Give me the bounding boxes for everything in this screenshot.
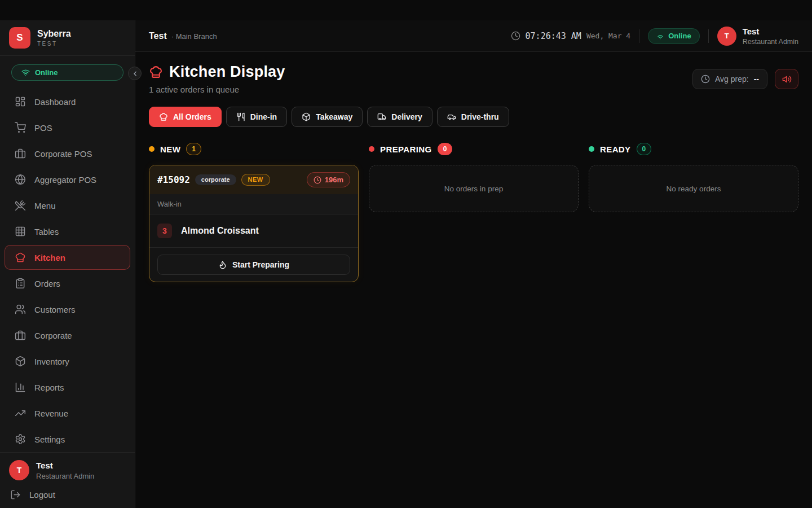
sidebar-item-kitchen[interactable]: Kitchen: [5, 245, 130, 270]
sidebar-item-revenue[interactable]: Revenue: [5, 401, 130, 426]
sidebar-item-orders[interactable]: Orders: [5, 271, 130, 296]
bar-chart-icon: [15, 382, 26, 393]
sidebar-item-settings[interactable]: Settings: [5, 427, 130, 452]
speaker-icon: [782, 75, 792, 84]
sidebar-item-label: Settings: [34, 435, 65, 444]
briefcase-icon: [15, 148, 26, 159]
sidebar-user: T Test Restaurant Admin: [9, 460, 126, 480]
globe-icon: [15, 174, 26, 185]
sidebar-item-dashboard[interactable]: Dashboard: [5, 89, 130, 114]
sidebar-item-label: Inventory: [34, 357, 69, 366]
sidebar-item-label: Aggregator POS: [34, 175, 96, 185]
filter-dine-in[interactable]: Dine-in: [226, 107, 287, 127]
sidebar-item-inventory[interactable]: Inventory: [5, 349, 130, 374]
trending-up-icon: [15, 408, 26, 419]
start-preparing-label: Start Preparing: [232, 260, 289, 269]
dashboard-grid-icon: [15, 96, 26, 107]
order-status-badge: NEW: [241, 174, 270, 186]
item-name: Almond Croissant: [181, 226, 259, 236]
sidebar-item-tables[interactable]: Tables: [5, 219, 130, 244]
top-bar: Test · Main Branch 07:26:43 AM Wed, Mar …: [135, 20, 812, 52]
kds-board: NEW 1 #15092 corporate NEW 196m: [149, 143, 798, 282]
logout-icon: [10, 489, 21, 500]
sidebar-item-label: Corporate: [34, 331, 72, 340]
chef-hat-icon: [159, 112, 168, 121]
sidebar-user-name: Test: [36, 461, 94, 471]
sidebar-brand: S Syberra TEST: [0, 20, 135, 56]
start-preparing-button[interactable]: Start Preparing: [157, 255, 350, 275]
column-label: PREPARING: [380, 144, 432, 154]
clock-icon: [511, 31, 520, 41]
sidebar-item-label: Customers: [34, 305, 76, 314]
sidebar-item-label: Kitchen: [34, 253, 65, 262]
page-title: Kitchen Display: [169, 63, 285, 81]
clipboard-list-icon: [15, 278, 26, 289]
column-count-badge: 0: [637, 143, 652, 155]
order-card[interactable]: #15092 corporate NEW 196m Walk-in 3 Almo…: [149, 165, 359, 282]
column-preparing-header: PREPARING 0: [369, 143, 579, 155]
header-user-role: Restaurant Admin: [743, 38, 798, 46]
sidebar-online-status: Online: [11, 64, 123, 81]
branch-info: Test · Main Branch: [149, 31, 217, 41]
main-area: Test · Main Branch 07:26:43 AM Wed, Mar …: [135, 20, 812, 508]
sidebar-item-label: Dashboard: [34, 97, 76, 107]
header-user-menu[interactable]: T Test Restaurant Admin: [717, 27, 798, 46]
page-subtitle: 1 active orders in queue: [149, 85, 285, 94]
column-new-header: NEW 1: [149, 143, 359, 155]
brand-subtitle: TEST: [37, 41, 71, 47]
order-channel-badge: corporate: [195, 174, 236, 185]
filter-delivery[interactable]: Delivery: [367, 107, 432, 127]
divider: [639, 29, 639, 43]
utensils-icon: [236, 112, 245, 121]
brand-logo: S: [9, 27, 30, 49]
order-type-label: Walk-in: [149, 194, 358, 214]
sidebar-collapse-button[interactable]: [128, 67, 142, 80]
sidebar-item-label: Orders: [34, 279, 60, 288]
clock-display: 07:26:43 AM Wed, Mar 4: [511, 31, 631, 41]
column-count-badge: 1: [186, 143, 201, 155]
sidebar-item-pos[interactable]: POS: [5, 115, 130, 140]
sidebar-online-label: Online: [35, 68, 58, 77]
header-online-status: Online: [648, 28, 699, 44]
filter-label: Takeaway: [316, 112, 352, 121]
chef-hat-icon: [149, 65, 163, 79]
column-ready-header: READY 0: [589, 143, 798, 155]
item-quantity-badge: 3: [157, 224, 172, 238]
sidebar-item-corporate[interactable]: Corporate: [5, 323, 130, 348]
filter-drive-thru[interactable]: Drive-thru: [437, 107, 509, 127]
sound-toggle-button[interactable]: [775, 69, 798, 89]
kitchen-display-content: Kitchen Display 1 active orders in queue…: [135, 52, 812, 508]
header-online-label: Online: [668, 32, 691, 40]
sidebar: S Syberra TEST Online Dashboard: [0, 20, 135, 508]
sidebar-item-menu[interactable]: Menu: [5, 193, 130, 218]
gear-icon: [15, 433, 26, 445]
current-date: Wed, Mar 4: [586, 32, 630, 40]
briefcase-icon: [15, 330, 26, 341]
order-item-row: 3 Almond Croissant: [149, 214, 358, 248]
column-new: NEW 1 #15092 corporate NEW 196m: [149, 143, 359, 282]
status-dot-preparing: [369, 146, 374, 152]
status-dot-ready: [589, 146, 594, 152]
chef-hat-icon: [15, 252, 26, 263]
truck-icon: [377, 112, 386, 121]
filter-label: Dine-in: [250, 112, 277, 121]
filter-takeaway[interactable]: Takeaway: [292, 107, 363, 127]
sidebar-item-reports[interactable]: Reports: [5, 375, 130, 400]
sidebar-item-aggregator-pos[interactable]: Aggregator POS: [5, 167, 130, 192]
sidebar-item-customers[interactable]: Customers: [5, 297, 130, 322]
branch-name: Test: [149, 31, 167, 41]
car-icon: [447, 112, 456, 121]
logout-button[interactable]: Logout: [9, 480, 126, 503]
sidebar-item-label: Reports: [34, 383, 64, 392]
logout-label: Logout: [29, 490, 55, 500]
filter-label: Delivery: [391, 112, 422, 121]
divider: [708, 29, 709, 43]
filter-label: All Orders: [173, 112, 211, 121]
wifi-icon: [656, 32, 664, 40]
sidebar-item-label: Tables: [34, 227, 59, 237]
filter-all-orders[interactable]: All Orders: [149, 107, 222, 127]
sidebar-item-corporate-pos[interactable]: Corporate POS: [5, 141, 130, 166]
app-shell: S Syberra TEST Online Dashboard: [0, 20, 812, 508]
avg-prep-indicator: Avg prep: --: [692, 69, 767, 89]
sidebar-nav: Dashboard POS Corporate POS Aggregator P…: [0, 84, 135, 452]
